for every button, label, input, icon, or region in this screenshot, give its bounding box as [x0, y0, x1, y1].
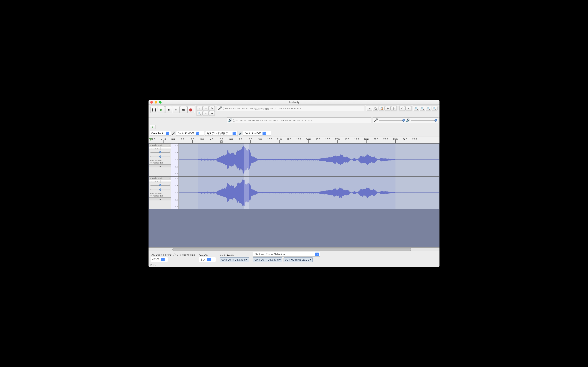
solo-button[interactable]: ソロ	[160, 180, 171, 183]
multi-tool[interactable]: ✱	[209, 111, 215, 116]
selection-mode-combo[interactable]: Start and End of Selection⌃⌄	[253, 252, 320, 257]
track-pan-slider[interactable]: LR	[150, 155, 170, 159]
playback-meter[interactable]: 🔊 LR -57-54-51-48-45-42-39-36-33-30-27-2…	[227, 117, 371, 123]
playback-volume-slider[interactable]	[411, 118, 437, 122]
envelope-tool[interactable]: ≑	[203, 106, 209, 111]
skip-start-button[interactable]: ⏮	[173, 106, 180, 113]
play-speed-icon: ▶	[152, 125, 154, 128]
recording-device-combo[interactable]: Sonic Port VX⌃⌄	[176, 131, 204, 136]
play-at-speed-button[interactable]: ▶	[150, 125, 156, 129]
skip-end-button[interactable]: ⏭	[180, 106, 187, 113]
waveform-display[interactable]	[179, 143, 439, 176]
track-pan-slider[interactable]: LR	[150, 188, 170, 192]
silence-button[interactable]: ╫	[391, 106, 397, 111]
project-rate-combo[interactable]: 44100⌄	[151, 257, 168, 262]
play-speed-slider[interactable]: -+	[156, 125, 174, 129]
record-button[interactable]: ⬤	[187, 106, 194, 113]
audio-host-combo[interactable]: Core Audio⌃⌄	[150, 131, 171, 136]
tracks-area[interactable]: ✕ Audio Track ▼ ミュート ソロ -+ LR Mono,	[149, 143, 439, 248]
status-message: 停止.	[149, 263, 439, 267]
mic-icon: 🎤	[218, 106, 222, 110]
fit-selection-button[interactable]: 🔍	[426, 106, 431, 111]
transport-toolbar: ❚❚ ▶ ■ ⏮ ⏭ ⬤	[150, 106, 195, 114]
mic-icon-3: 🎤	[172, 132, 175, 135]
zoom-out-button[interactable]: 🔍	[420, 106, 425, 111]
timeline-ruler[interactable]: 2.0- 1.00.01.02.03.04.05.06.07.08.09.010…	[149, 137, 439, 143]
vertical-scale[interactable]: 1.0 0.5 0.0 -0.5 -1.0	[171, 143, 179, 176]
track-name: Audio Track	[152, 177, 169, 179]
selection-start-value[interactable]: 00 h 00 m 04.737 s▾	[253, 257, 282, 262]
track-close-button[interactable]: ✕	[149, 177, 152, 179]
recording-meter-scale: モニターを開始 -57-54-51-48-45-42-39-36-33-30-2…	[225, 107, 301, 109]
fit-project-button[interactable]: 🔍	[432, 106, 438, 111]
silence-icon: ╫	[393, 107, 395, 110]
zoom-in-icon: 🔍	[415, 107, 418, 110]
stop-button[interactable]: ■	[165, 106, 172, 113]
track-close-button[interactable]: ✕	[149, 144, 152, 146]
playback-device-combo[interactable]: Sonic Port VX⌃⌄	[243, 131, 271, 136]
edit-toolbar: ✂ ⿻ 📋 ╪ ╫	[366, 106, 397, 111]
speaker-icon-2: 🔊	[406, 118, 410, 122]
selection-end-value[interactable]: 00 h 00 m 05.271 s▾	[284, 257, 313, 262]
snap-to-combo[interactable]: オフ⌄	[199, 257, 216, 262]
recording-channels-combo[interactable]: 2(ステレオ)録音チ…⌃⌄	[205, 131, 238, 136]
zoom-out-icon: 🔍	[421, 107, 424, 110]
undo-toolbar: ↶ ↷	[399, 106, 412, 111]
titlebar: Audacity	[149, 100, 439, 105]
skip-end-icon: ⏭	[182, 108, 185, 111]
scissors-icon: ✂	[369, 107, 371, 110]
envelope-icon: ≑	[205, 107, 207, 110]
horizontal-scrollbar[interactable]	[149, 248, 439, 251]
mute-button[interactable]: ミュート	[149, 180, 160, 183]
mute-button[interactable]: ミュート	[149, 147, 160, 150]
draw-tool[interactable]: ✎	[209, 106, 215, 111]
recording-meter[interactable]: 🎤 LR モニターを開始 -57-54-51-48-45-42-39-36-33…	[217, 106, 365, 111]
track-gain-slider[interactable]: -+	[150, 150, 170, 154]
stop-icon: ■	[168, 108, 170, 111]
paste-button[interactable]: 📋	[379, 106, 385, 111]
audio-position-value[interactable]: 00 h 00 m 04.737 s▾	[220, 257, 249, 262]
monitor-start-label[interactable]: モニターを開始	[253, 107, 269, 110]
device-toolbar: Core Audio⌃⌄ 🎤 Sonic Port VX⌃⌄ 2(ステレオ)録音…	[149, 130, 439, 137]
track-menu-button[interactable]: ▼	[169, 144, 171, 146]
zoom-in-button[interactable]: 🔍	[414, 106, 419, 111]
tools-toolbar: I ≑ ✎ 🔍 ↔ ✱	[196, 106, 215, 117]
track-name: Audio Track	[152, 144, 169, 146]
redo-button[interactable]: ↷	[406, 106, 411, 111]
trim-button[interactable]: ╪	[385, 106, 391, 111]
pause-icon: ❚❚	[151, 108, 157, 111]
zoom-tool[interactable]: 🔍	[197, 111, 203, 116]
fit-proj-icon: 🔍	[433, 107, 436, 110]
copy-button[interactable]: ⿻	[373, 106, 379, 111]
fit-sel-icon: 🔍	[427, 107, 430, 110]
pencil-icon: ✎	[211, 107, 213, 110]
recording-volume-slider[interactable]	[379, 118, 405, 122]
vertical-scale[interactable]: 1.0 0.5 0.0 -0.5 -1.0	[171, 176, 179, 209]
track-collapse-button[interactable]: ▲	[149, 197, 171, 200]
track-collapse-button[interactable]: ▲	[149, 164, 171, 167]
window-title: Audacity	[149, 100, 439, 104]
track-menu-button[interactable]: ▼	[169, 177, 171, 179]
selection-region	[244, 176, 249, 209]
track-format-info: Mono, 44100Hz 32-bit浮動小数点	[149, 159, 171, 164]
mic-icon-2: 🎤	[374, 118, 378, 122]
waveform-display[interactable]	[179, 176, 439, 209]
play-icon: ▶	[160, 108, 163, 111]
undo-icon: ↶	[401, 107, 403, 110]
record-icon: ⬤	[189, 108, 193, 111]
multi-icon: ✱	[211, 112, 213, 115]
meter-lr-label-2: LR	[233, 118, 235, 122]
undo-button[interactable]: ↶	[399, 106, 405, 111]
play-button[interactable]: ▶	[158, 106, 165, 113]
selection-toolbar: プロジェクトのサンプリング周波数 (Hz): 44100⌄ Snap-To オフ…	[149, 251, 439, 263]
selection-tool[interactable]: I	[197, 106, 203, 111]
track-gain-slider[interactable]: -+	[150, 184, 170, 187]
main-toolbar: ❚❚ ▶ ■ ⏮ ⏭ ⬤ I ≑ ✎ 🔍 ↔ ✱ 🎤 LR モニターを開始 -5…	[149, 105, 439, 117]
track-control-panel: ✕ Audio Track ▼ ミュート ソロ -+ LR Mono,	[149, 143, 171, 176]
timeshift-tool[interactable]: ↔	[203, 111, 209, 116]
solo-button[interactable]: ソロ	[160, 147, 171, 150]
pause-button[interactable]: ❚❚	[150, 106, 157, 113]
cut-button[interactable]: ✂	[367, 106, 373, 111]
selection-region	[244, 143, 249, 176]
speaker-icon: 🔊	[228, 118, 232, 122]
